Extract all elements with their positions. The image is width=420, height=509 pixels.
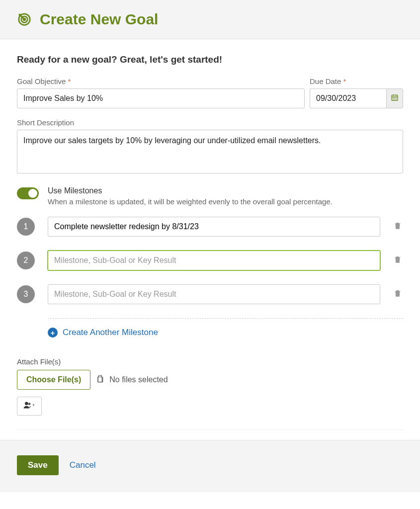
- due-date-label: Due Date *: [310, 77, 403, 85]
- svg-rect-14: [98, 377, 102, 382]
- choose-files-button[interactable]: Choose File(s): [17, 370, 90, 390]
- add-milestone-button[interactable]: + Create Another Milestone: [48, 328, 403, 338]
- milestone-number: 1: [17, 218, 35, 236]
- trash-icon[interactable]: [393, 221, 403, 233]
- use-milestones-toggle[interactable]: [17, 187, 39, 199]
- milestone-input-2[interactable]: [48, 251, 380, 270]
- milestone-number: 2: [17, 252, 35, 269]
- dialog-header: Create New Goal: [0, 0, 420, 39]
- description-label: Short Description: [17, 118, 403, 127]
- svg-text:+: +: [32, 402, 35, 408]
- divider: [48, 318, 403, 319]
- toggle-label: Use Milestones: [48, 186, 333, 195]
- no-files-status: No files selected: [96, 374, 168, 386]
- intro-text: Ready for a new goal? Great, let's get s…: [17, 54, 403, 65]
- svg-rect-11: [393, 99, 394, 99]
- dialog-footer: Save Cancel: [0, 440, 420, 492]
- description-input[interactable]: [17, 130, 403, 173]
- calendar-button[interactable]: [386, 88, 403, 108]
- svg-rect-10: [396, 97, 397, 98]
- attach-label: Attach File(s): [17, 357, 403, 366]
- svg-rect-13: [396, 99, 397, 99]
- objective-label: Goal Objective *: [17, 77, 305, 85]
- milestone-input-1[interactable]: [48, 217, 380, 237]
- target-icon: [17, 12, 32, 27]
- calendar-icon: [391, 93, 399, 103]
- file-icon: [96, 374, 105, 386]
- svg-point-16: [28, 403, 31, 405]
- people-plus-icon: +: [23, 401, 36, 412]
- milestone-row: 3: [17, 284, 403, 304]
- cancel-button[interactable]: Cancel: [70, 460, 96, 470]
- page-title: Create New Goal: [40, 11, 158, 28]
- toggle-description: When a milestone is updated, it will be …: [48, 197, 333, 206]
- trash-icon[interactable]: [393, 254, 403, 266]
- milestone-number: 3: [17, 285, 35, 303]
- svg-point-15: [25, 402, 28, 406]
- save-button[interactable]: Save: [17, 455, 59, 475]
- add-milestone-label: Create Another Milestone: [63, 328, 158, 338]
- milestone-row: 2: [17, 251, 403, 270]
- due-date-input[interactable]: [310, 88, 386, 108]
- trash-icon[interactable]: [393, 288, 403, 300]
- milestone-row: 1: [17, 217, 403, 237]
- svg-rect-9: [394, 97, 395, 98]
- svg-rect-8: [393, 97, 394, 98]
- divider: [17, 429, 403, 430]
- share-with-button[interactable]: +: [17, 397, 42, 416]
- form-content: Ready for a new goal? Great, let's get s…: [0, 39, 420, 440]
- objective-input[interactable]: [17, 88, 305, 108]
- plus-circle-icon: +: [48, 328, 58, 338]
- svg-rect-12: [394, 99, 395, 99]
- milestone-input-3[interactable]: [48, 284, 380, 304]
